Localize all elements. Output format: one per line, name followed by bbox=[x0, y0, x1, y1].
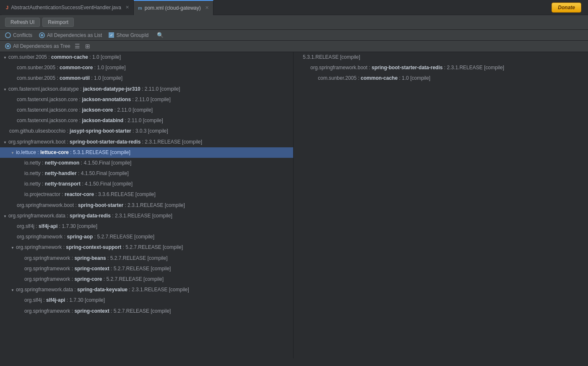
dep-group: org.springframework : bbox=[24, 255, 74, 261]
tab-java[interactable]: J AbstractAuthenticationSuccessEventHand… bbox=[2, 0, 134, 15]
left-tree-item-24[interactable]: org.springframework : spring-context : 5… bbox=[0, 306, 293, 316]
dep-name: spring-data-redis bbox=[70, 213, 111, 219]
left-tree-item-2[interactable]: com.sunber.2005 : common-util : 1.0 [com… bbox=[0, 73, 293, 84]
expand-all-button[interactable]: ⊞ bbox=[84, 43, 91, 50]
dep-group: org.springframework.boot : bbox=[310, 65, 372, 71]
dep-group: org.slf4j : bbox=[24, 297, 46, 303]
left-tree-item-21[interactable]: org.springframework : spring-core : 5.2.… bbox=[0, 274, 293, 285]
dep-rest: : 5.2.7.RELEASE [compile] bbox=[102, 276, 164, 282]
dep-name: common-core bbox=[60, 65, 93, 71]
dep-rest: : 1.0 [compile] bbox=[398, 75, 430, 81]
dep-group: org.springframework : bbox=[24, 308, 74, 314]
all-deps-tree-radio[interactable] bbox=[5, 43, 11, 49]
left-tree-item-13[interactable]: io.projectreactor : reactor-core : 3.3.6… bbox=[0, 189, 293, 200]
search-button[interactable]: 🔍 bbox=[155, 32, 165, 38]
dep-rest: : 5.2.7.RELEASE [compile] bbox=[106, 255, 168, 261]
left-tree-item-23[interactable]: org.slf4j : slf4j-api : 1.7.30 [compile] bbox=[0, 295, 293, 306]
dep-rest: : 2.11.0 [compile] bbox=[131, 97, 171, 102]
dep-group: com.sunber.2005 : bbox=[17, 65, 60, 71]
dep-group: io.netty : bbox=[24, 181, 45, 187]
left-tree-item-19[interactable]: org.springframework : spring-beans : 5.2… bbox=[0, 253, 293, 264]
left-tree-item-4[interactable]: com.fasterxml.jackson.core : jackson-ann… bbox=[0, 94, 293, 105]
left-tree-item-15[interactable]: org.springframework.data : spring-data-r… bbox=[0, 211, 293, 221]
dep-rest: : 2.3.1.RELEASE [compile] bbox=[127, 287, 189, 293]
left-tree-item-10[interactable]: io.netty : netty-common : 4.1.50.Final [… bbox=[0, 158, 293, 168]
left-tree-item-7[interactable]: com.github.ulisesbocchio : jasypt-spring… bbox=[0, 126, 293, 136]
collapse-all-button[interactable]: ☰ bbox=[74, 43, 81, 50]
dep-group: org.springframework : bbox=[24, 276, 74, 282]
tab-java-close[interactable]: ✕ bbox=[125, 5, 129, 10]
filters-row-1: Conflicts All Dependencies as List ✓ Sho… bbox=[0, 30, 588, 41]
reimport-button[interactable]: Reimport bbox=[42, 18, 74, 27]
left-tree-item-9[interactable]: io.lettuce : lettuce-core : 5.3.1.RELEAS… bbox=[0, 147, 293, 158]
dep-name: common-cache bbox=[361, 75, 398, 81]
dep-name: spring-context-support bbox=[66, 244, 121, 250]
left-tree-item-14[interactable]: org.springframework.boot : spring-boot-s… bbox=[0, 200, 293, 211]
xml-icon: m bbox=[138, 5, 142, 10]
refresh-ui-button[interactable]: Refresh UI bbox=[5, 18, 40, 27]
dep-name: spring-boot-starter-data-redis bbox=[372, 65, 442, 71]
left-tree-item-20[interactable]: org.springframework : spring-context : 5… bbox=[0, 264, 293, 274]
dep-group: com.fasterxml.jackson.core : bbox=[17, 107, 82, 113]
dep-rest: : 2.3.1.RELEASE [compile] bbox=[140, 139, 202, 145]
left-dependency-tree[interactable]: com.sunber.2005 : common-cache : 1.0 [co… bbox=[0, 52, 294, 358]
dep-name: jackson-databind bbox=[82, 118, 123, 123]
dep-rest: : 2.11.0 [compile] bbox=[123, 118, 163, 123]
show-groupid-label: Show GroupId bbox=[116, 32, 148, 38]
dep-name: spring-context bbox=[74, 266, 109, 272]
dep-rest: : 1.7.30 [compile] bbox=[65, 297, 105, 303]
expand-icon bbox=[3, 54, 8, 60]
dep-group: com.sunber.2005 : bbox=[17, 75, 60, 81]
all-deps-list-label: All Dependencies as List bbox=[47, 32, 102, 38]
tab-pom[interactable]: m pom.xml (cloud-gateway) ✕ bbox=[134, 0, 213, 15]
dep-rest: : 2.11.0 [compile] bbox=[113, 107, 153, 113]
left-tree-item-11[interactable]: io.netty : netty-handler : 4.1.50.Final … bbox=[0, 168, 293, 179]
left-tree-item-5[interactable]: com.fasterxml.jackson.core : jackson-cor… bbox=[0, 105, 293, 115]
dep-name: jackson-datatype-jsr310 bbox=[83, 86, 140, 92]
dep-name: common-util bbox=[60, 75, 90, 81]
all-deps-list-filter[interactable]: All Dependencies as List bbox=[39, 32, 102, 38]
left-tree-item-16[interactable]: org.slf4j : slf4j-api : 1.7.30 [compile] bbox=[0, 221, 293, 232]
expand-icon bbox=[11, 287, 16, 293]
main-content: com.sunber.2005 : common-cache : 1.0 [co… bbox=[0, 52, 588, 358]
donate-button[interactable]: Donate bbox=[552, 3, 581, 13]
show-groupid-filter[interactable]: ✓ Show GroupId bbox=[109, 32, 148, 38]
dep-group: org.springframework : bbox=[16, 244, 66, 250]
left-tree-item-3[interactable]: com.fasterxml.jackson.datatype : jackson… bbox=[0, 84, 293, 94]
left-tree-item-0[interactable]: com.sunber.2005 : common-cache : 1.0 [co… bbox=[0, 52, 293, 63]
left-tree-item-17[interactable]: org.springframework : spring-aop : 5.2.7… bbox=[0, 232, 293, 242]
conflicts-filter[interactable]: Conflicts bbox=[5, 32, 32, 38]
right-dependency-tree[interactable]: 5.3.1.RELEASE [compile]org.springframewo… bbox=[294, 52, 588, 358]
dep-name: jackson-core bbox=[82, 107, 113, 113]
dep-group: com.sunber.2005 : bbox=[8, 54, 51, 60]
dep-rest: : 5.2.7.RELEASE [compile] bbox=[109, 308, 171, 314]
all-deps-list-radio[interactable] bbox=[39, 32, 45, 38]
tab-pom-label: pom.xml (cloud-gateway) bbox=[145, 5, 201, 11]
right-tree-item-1[interactable]: org.springframework.boot : spring-boot-s… bbox=[294, 63, 588, 73]
left-tree-item-6[interactable]: com.fasterxml.jackson.core : jackson-dat… bbox=[0, 115, 293, 126]
right-tree-item-0[interactable]: 5.3.1.RELEASE [compile] bbox=[294, 52, 588, 63]
dep-name: spring-beans bbox=[74, 255, 106, 261]
tab-pom-close[interactable]: ✕ bbox=[205, 5, 209, 10]
left-tree-item-18[interactable]: org.springframework : spring-context-sup… bbox=[0, 242, 293, 253]
conflicts-radio[interactable] bbox=[5, 32, 11, 38]
dep-rest: : 1.0 [compile] bbox=[90, 75, 122, 81]
tab-java-label: AbstractAuthenticationSuccessEventHandle… bbox=[11, 5, 121, 10]
all-deps-tree-filter[interactable]: All Dependencies as Tree bbox=[5, 43, 70, 49]
dep-rest: : 5.2.7.RELEASE [compile] bbox=[93, 234, 154, 240]
dep-group: org.slf4j : bbox=[17, 223, 39, 229]
dep-name: netty-transport bbox=[45, 181, 81, 187]
right-tree-item-2[interactable]: com.sunber.2005 : common-cache : 1.0 [co… bbox=[294, 73, 588, 84]
dep-rest: : 2.11.0 [compile] bbox=[140, 86, 180, 92]
left-tree-item-12[interactable]: io.netty : netty-transport : 4.1.50.Fina… bbox=[0, 179, 293, 189]
dep-rest: : 4.1.50.Final [compile] bbox=[79, 160, 131, 166]
left-tree-item-8[interactable]: org.springframework.boot : spring-boot-s… bbox=[0, 137, 293, 147]
dep-group: com.sunber.2005 : bbox=[318, 75, 361, 81]
dep-group: io.netty : bbox=[24, 170, 45, 176]
dep-rest: : 4.1.50.Final [compile] bbox=[77, 170, 129, 176]
dep-group: org.springframework.boot : bbox=[8, 139, 70, 145]
left-tree-item-1[interactable]: com.sunber.2005 : common-core : 1.0 [com… bbox=[0, 63, 293, 73]
show-groupid-checkbox[interactable]: ✓ bbox=[109, 32, 114, 38]
left-tree-item-22[interactable]: org.springframework.data : spring-data-k… bbox=[0, 285, 293, 295]
dep-group: com.fasterxml.jackson.datatype : bbox=[8, 86, 83, 92]
